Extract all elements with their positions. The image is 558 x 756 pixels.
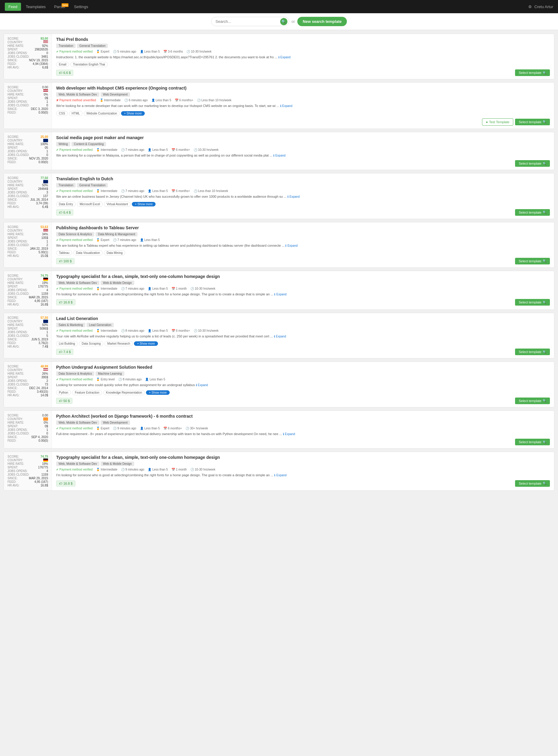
select-template-button[interactable]: Select template 🔍 — [515, 299, 550, 306]
show-more-button[interactable]: + Show more — [132, 202, 156, 206]
circle-icon: ● — [486, 120, 488, 124]
skill-tag[interactable]: Feature Extraction — [72, 390, 102, 395]
expand-link[interactable]: ℹ Expand — [196, 384, 208, 387]
expand-link[interactable]: ℹ Expand — [274, 473, 286, 477]
nav-settings[interactable]: Settings — [70, 3, 92, 11]
select-template-button[interactable]: Select template 🔍 — [515, 160, 550, 167]
job-title[interactable]: Publishing dashboards to Tableau Server — [56, 225, 550, 230]
stat-jobs-closed: JOBS CLOSED: 2 — [7, 243, 48, 247]
nav-parser[interactable]: Parser beta — [50, 3, 69, 11]
job-tag[interactable]: Web Development — [101, 92, 130, 97]
job-stats-panel: SCORE: 57,50 COUNTRY: HIRE RATE: 50% SPE… — [4, 313, 52, 358]
select-template-button[interactable]: Select template 🔍 — [515, 119, 550, 125]
expand-link[interactable]: ℹ Expand — [273, 154, 286, 157]
skill-tag[interactable]: Data Visualization — [73, 250, 103, 255]
job-skills: EmailTranslation English Thai — [56, 62, 550, 67]
job-tag[interactable]: Web Development — [101, 420, 130, 425]
skill-tag[interactable]: CSS — [56, 111, 68, 116]
job-title[interactable]: Translation English to Dutch — [56, 176, 550, 181]
job-title[interactable]: Web developer with Hubspot CMS experienc… — [56, 86, 550, 91]
new-template-button[interactable]: New search template — [297, 17, 347, 26]
job-tag[interactable]: Web & Mobile Design — [101, 462, 134, 466]
expand-link[interactable]: ℹ Expand — [278, 55, 291, 59]
search-icon: 🔍 — [543, 259, 546, 263]
job-tag[interactable]: Web & Mobile Design — [101, 281, 134, 285]
show-more-button[interactable]: + Show more — [146, 390, 170, 395]
skill-tag[interactable]: Translation English Thai — [70, 62, 108, 67]
skill-tag[interactable]: Python — [56, 390, 71, 395]
nav-feed[interactable]: Feed — [5, 3, 21, 11]
select-template-button[interactable]: Select template 🔍 — [515, 209, 550, 216]
job-tag[interactable]: Data Mining & Management — [96, 232, 137, 237]
nav-teamplates[interactable]: Teamplates — [22, 3, 49, 11]
job-tag[interactable]: Web, Mobile & Software Dev — [56, 281, 99, 285]
skill-tag[interactable]: Email — [56, 62, 69, 67]
job-title[interactable]: Python Architect (worked on Django frame… — [56, 414, 550, 419]
job-tag[interactable]: Web, Mobile & Software Dev — [56, 420, 99, 425]
job-tag[interactable]: Web, Mobile & Software Dev — [56, 92, 99, 97]
show-more-button[interactable]: + Show more — [121, 111, 145, 116]
search-input[interactable] — [211, 17, 289, 26]
job-title[interactable]: Social media page post maker and manager — [56, 135, 550, 140]
select-template-button[interactable]: Select template 🔍 — [515, 69, 550, 76]
job-level: 🏅 Entry level — [96, 378, 115, 381]
skill-tag[interactable]: Knowledge Representation — [103, 390, 145, 395]
stat-jobs-closed: JOBS CLOSED: 73 — [7, 383, 48, 386]
country-flag — [43, 417, 48, 421]
select-template-button[interactable]: Select template 🔍 — [515, 480, 550, 487]
job-tag[interactable]: General Translation — [77, 44, 108, 48]
skill-tag[interactable]: HTML — [69, 111, 83, 116]
job-title[interactable]: Lead List Generation — [56, 316, 550, 321]
job-tag[interactable]: Content & Copywriting — [72, 142, 106, 146]
job-tag[interactable]: Web, Mobile & Software Dev — [56, 462, 99, 466]
skill-tag[interactable]: Website Customization — [84, 111, 120, 116]
expand-link[interactable]: ℹ Expand — [287, 195, 300, 198]
job-level: 🏅 Intermediate — [96, 148, 117, 151]
job-card: SCORE: 0.00 COUNTRY: HIRE RATE: 0% SPENT… — [4, 411, 554, 448]
expand-link[interactable]: ℹ Expand — [280, 104, 293, 107]
show-more-button[interactable]: + Show more — [134, 341, 158, 346]
skill-tag[interactable]: Data Mining — [104, 250, 125, 255]
expand-link[interactable]: ℹ Expand — [274, 293, 286, 296]
job-card: SCORE: 57,50 COUNTRY: HIRE RATE: 50% SPE… — [4, 313, 554, 359]
skill-tag[interactable]: Data Entry — [56, 202, 76, 207]
job-tag[interactable]: Data Science & Analytics — [56, 232, 94, 237]
skill-tag[interactable]: Virtual Assistant — [104, 202, 131, 207]
skill-tag[interactable]: List Building — [56, 341, 78, 346]
expand-link[interactable]: ℹ Expand — [285, 244, 298, 247]
job-tag[interactable]: General Translation — [77, 183, 108, 188]
skill-tag[interactable]: Data Scraping — [79, 341, 103, 346]
job-tag[interactable]: Writing — [56, 142, 70, 146]
test-template-button[interactable]: ● Test Template — [482, 118, 513, 126]
price-value: 6.6 $ — [64, 71, 71, 74]
job-tag[interactable]: Translation — [56, 183, 76, 188]
expand-link[interactable]: ℹ Expand — [274, 335, 286, 338]
job-tag[interactable]: Machine Learning — [96, 371, 124, 376]
select-template-button[interactable]: Select template 🔍 — [515, 439, 550, 445]
skill-tag[interactable]: Microsoft Excel — [77, 202, 103, 207]
job-card: SCORE: 25.00 COUNTRY: HIRE RATE: 100% SP… — [4, 132, 554, 170]
stat-country: COUNTRY: — [7, 320, 48, 323]
search-button[interactable]: 🔍 — [280, 18, 287, 25]
job-title[interactable]: Thai Prel Bonds — [56, 37, 550, 42]
job-tag[interactable]: Translation — [56, 44, 76, 48]
select-template-button[interactable]: Select template 🔍 — [515, 258, 550, 264]
job-title[interactable]: Typography specialist for a clean, simpl… — [56, 274, 550, 279]
expand-link[interactable]: ℹ Expand — [283, 432, 295, 436]
job-title[interactable]: Python Undergrad Assignment Solution Nee… — [56, 365, 550, 370]
skill-tag[interactable]: Market Research — [104, 341, 133, 346]
job-title[interactable]: Typography specialist for a clean, simpl… — [56, 455, 550, 460]
skill-tag[interactable]: Tableau — [56, 250, 72, 255]
select-template-button[interactable]: Select template 🔍 — [515, 397, 550, 404]
stat-hire-rate: HIRE RATE: 19% — [7, 462, 48, 465]
job-detail-panel: Python Undergrad Assignment Solution Nee… — [52, 362, 554, 407]
gear-icon[interactable]: ⚙ — [528, 4, 532, 9]
job-tag[interactable]: Lead Generation — [86, 323, 114, 327]
country-flag — [43, 368, 48, 372]
job-stats-panel: SCORE: 0.00 COUNTRY: HIRE RATE: 0% SPENT… — [4, 411, 52, 448]
stat-score: SCORE: 53,63 — [7, 225, 48, 229]
payment-status: ✔ Payment method verified — [56, 189, 93, 193]
select-template-button[interactable]: Select template 🔍 — [515, 348, 550, 355]
job-tag[interactable]: Data Science & Analytics — [56, 371, 94, 376]
job-tag[interactable]: Sales & Marketing — [56, 323, 85, 327]
